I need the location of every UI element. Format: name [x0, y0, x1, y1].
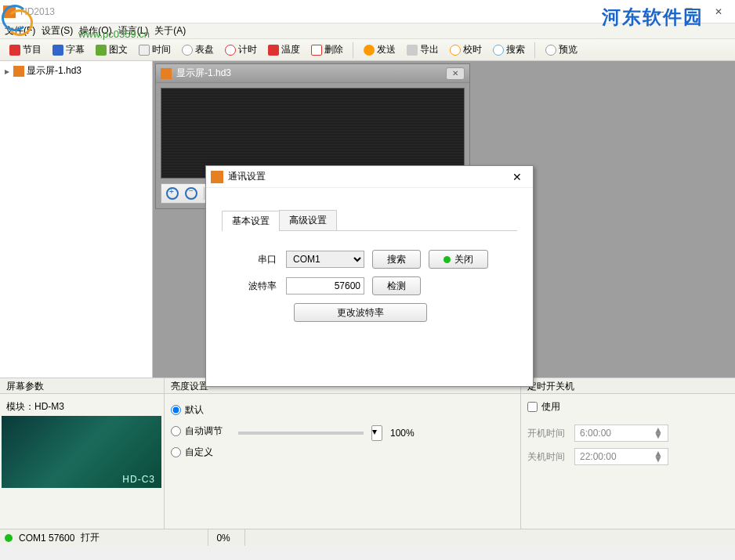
tree-item-label: 显示屏-1.hd3 [27, 64, 81, 78]
mdi-titlebar[interactable]: 显示屏-1.hd3 ✕ [156, 64, 469, 83]
close-button[interactable]: ✕ [713, 6, 724, 17]
use-checkbox[interactable]: 使用 [527, 400, 729, 414]
window-title: HD2013 [20, 6, 654, 17]
tb-dial[interactable]: 表盘 [177, 42, 219, 58]
serial-select[interactable]: COM1 [286, 251, 364, 268]
tb-caltime[interactable]: 校时 [445, 42, 487, 58]
dialog-title: 通讯设置 [228, 170, 506, 183]
status-percent: 0% [208, 529, 237, 546]
status-dot-icon [5, 534, 13, 542]
slider-thumb[interactable]: ▾ [371, 425, 382, 441]
radio-default[interactable]: 默认 [171, 403, 223, 417]
watermark-logo [0, 3, 34, 38]
tb-time[interactable]: 时间 [134, 42, 176, 58]
menu-settings[interactable]: 设置(S) [42, 24, 73, 38]
toolbar: 节目 字幕 图文 时间 表盘 计时 温度 删除 发送 导出 校时 搜索 预览 [0, 39, 735, 61]
mdi-icon [161, 68, 172, 79]
panel-brightness: 亮度设置 默认 自动调节 自定义 ▾ 100% [165, 378, 521, 529]
panel-screen-params: 屏幕参数 模块：HD-M3 屏宽：128 屏高：32 颜色：单基色 异步全彩全新… [0, 378, 165, 529]
dialog-tabs: 基本设置 高级设置 [222, 210, 517, 231]
panel3-header: 定时开关机 [521, 378, 735, 394]
radio-custom[interactable]: 自定义 [171, 446, 223, 459]
tb-send[interactable]: 发送 [359, 42, 400, 58]
dialog-titlebar[interactable]: 通讯设置 ✕ [206, 166, 533, 188]
panel1-header: 屏幕参数 [0, 378, 164, 394]
brightness-slider[interactable]: ▾ 100% [238, 400, 514, 459]
tb-search[interactable]: 搜索 [488, 42, 530, 58]
tb-preview[interactable]: 预览 [541, 42, 582, 58]
tb-graphic[interactable]: 图文 [91, 42, 132, 58]
tab-basic[interactable]: 基本设置 [222, 211, 280, 231]
tb-timer[interactable]: 计时 [220, 42, 262, 58]
tb-program[interactable]: 节目 [5, 42, 46, 58]
expand-icon[interactable]: ▸ [3, 66, 11, 77]
tree-item-display[interactable]: ▸ 显示屏-1.hd3 [3, 64, 149, 78]
tb-subtitle[interactable]: 字幕 [48, 42, 89, 58]
param-module: 模块：HD-M3 [6, 400, 158, 414]
brightness-value: 100% [390, 428, 415, 439]
dialog-icon [211, 171, 223, 183]
mdi-close-button[interactable]: ✕ [446, 67, 465, 80]
close-conn-button[interactable]: 关闭 [429, 250, 488, 269]
status-state: 打开 [81, 531, 100, 544]
search-button[interactable]: 搜索 [372, 250, 421, 269]
comm-settings-dialog: 通讯设置 ✕ 基本设置 高级设置 串口 COM1 搜索 关闭 波特率 检测 更改… [205, 165, 534, 387]
file-icon [13, 66, 24, 77]
tree-panel: ▸ 显示屏-1.hd3 [0, 61, 153, 378]
baud-label: 波特率 [230, 280, 277, 293]
change-baud-button[interactable]: 更改波特率 [294, 303, 427, 322]
watermark-text: 河东软件园 [602, 5, 704, 30]
mdi-title-text: 显示屏-1.hd3 [176, 67, 446, 80]
zoom-in-icon[interactable] [166, 187, 179, 200]
status-bar: COM1 57600 打开 0% [0, 529, 735, 546]
tb-temperature[interactable]: 温度 [263, 42, 305, 58]
tb-delete[interactable]: 删除 [306, 42, 348, 58]
detect-button[interactable]: 检测 [372, 276, 421, 295]
dialog-close-button[interactable]: ✕ [506, 171, 528, 183]
tb-export[interactable]: 导出 [402, 42, 444, 58]
bottom-panels: 屏幕参数 模块：HD-M3 屏宽：128 屏高：32 颜色：单基色 异步全彩全新… [0, 378, 735, 529]
on-time-label: 开机时间 [527, 427, 574, 440]
radio-auto[interactable]: 自动调节 [171, 425, 223, 438]
on-time-input[interactable]: 6:00:00▲▼ [574, 425, 668, 442]
menu-about[interactable]: 关于(A) [154, 24, 186, 38]
zoom-out-icon[interactable] [185, 187, 197, 200]
off-time-input[interactable]: 22:00:00▲▼ [574, 448, 668, 465]
baud-input[interactable] [286, 277, 364, 294]
panel-schedule: 定时开关机 使用 开机时间 6:00:00▲▼ 关机时间 22:00:00▲▼ [521, 378, 735, 529]
status-port: COM1 57600 [19, 533, 74, 544]
off-time-label: 关机时间 [527, 450, 574, 464]
watermark-url: www.pc0359.cn [78, 28, 150, 40]
serial-label: 串口 [230, 253, 277, 266]
tab-advanced[interactable]: 高级设置 [279, 210, 337, 230]
status-green-icon [444, 256, 451, 263]
pcb-image: HD-C3 [2, 416, 161, 488]
